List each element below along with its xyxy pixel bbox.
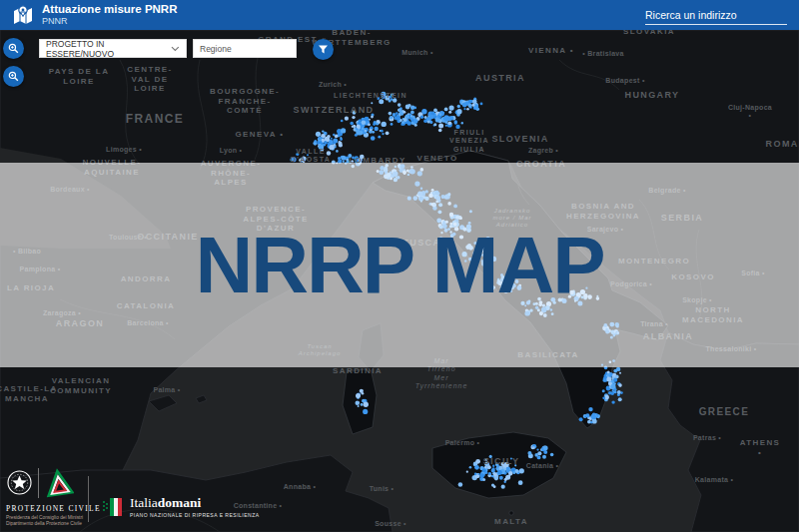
map-pin-logo-icon: [12, 4, 34, 26]
protezione-civile-line2: Dipartimento della Protezione Civile: [6, 521, 102, 528]
zoom-search-button[interactable]: [3, 38, 24, 59]
watermark-band: [0, 163, 799, 367]
italia-domani-logo: Italiadomani PIANO NAZIONALE DI RIPRESA …: [102, 496, 260, 518]
brand-bold: domani: [158, 495, 202, 510]
app-title: Attuazione misure PNRR: [42, 3, 177, 16]
filter-funnel-icon: [318, 44, 329, 55]
footer-logos-divider: [88, 476, 89, 522]
app-titles: Attuazione misure PNRR PNNR: [42, 3, 177, 26]
app-subtitle: PNNR: [42, 17, 177, 27]
project-type-select[interactable]: PROGETTO IN ESSERE/NUOVO: [39, 39, 187, 58]
filter-button[interactable]: [313, 39, 334, 60]
italy-emblem-icon: [6, 469, 33, 496]
region-input[interactable]: [193, 39, 297, 58]
address-search-input[interactable]: [645, 7, 787, 25]
search-plus-icon: [8, 71, 19, 82]
app-header: Attuazione misure PNRR PNNR: [0, 0, 799, 30]
italia-domani-tagline: PIANO NAZIONALE DI RIPRESA E RESILIENZA: [130, 512, 260, 518]
address-search: [645, 5, 787, 25]
chevron-down-icon: [171, 46, 180, 52]
zoom-search-button-secondary[interactable]: [3, 66, 24, 87]
nrrp-map-app: GRAND ESTBADEN- WÜRTTEMBERGMunich •VIENN…: [0, 0, 799, 532]
search-plus-icon: [8, 43, 19, 54]
protezione-civile-triangle-icon: [44, 468, 74, 498]
project-type-select-value: PROGETTO IN ESSERE/NUOVO: [46, 39, 171, 59]
logo-separator: [38, 468, 39, 498]
italia-domani-flag-icon: [102, 496, 124, 518]
brand-regular: Italia: [130, 495, 158, 510]
italia-domani-brand: Italiadomani: [130, 496, 260, 510]
